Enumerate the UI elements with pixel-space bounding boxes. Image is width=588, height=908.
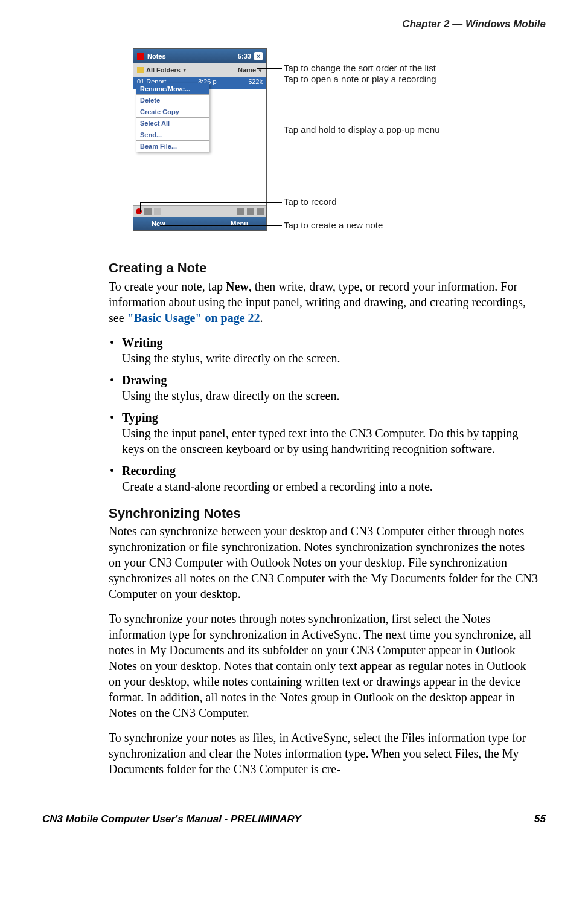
bold-new: New [226,280,249,293]
folder-label: All Folders [146,66,181,74]
softkey-menu: Menu [231,220,248,227]
para: To create your note, tap New, then write… [109,279,540,326]
item-title: Typing [122,411,158,424]
page-number: 55 [534,813,546,825]
menu-item: Delete [136,95,209,106]
screenshot-title: Notes [147,53,166,60]
next-icon [247,208,254,215]
context-menu: Rename/Move... Delete Create Copy Select… [136,83,209,152]
start-icon [137,53,144,60]
notes-screenshot: Notes 5:33 × All Folders ▼ Name ▼ 01 Rep… [133,48,267,231]
callout-hold: Tap and hold to display a pop-up menu [284,124,440,135]
stop-icon [144,208,152,215]
callout-record: Tap to record [284,196,337,207]
screenshot-titlebar: Notes 5:33 × [133,49,266,63]
footer-title: CN3 Mobile Computer User's Manual - PREL… [42,813,301,825]
chevron-down-icon: ▼ [258,68,263,74]
para: To synchronize your notes through notes … [109,611,540,721]
menu-item: Create Copy [136,106,209,118]
callout-sort: Tap to change the sort order of the list [284,63,436,73]
folder-icon [137,67,144,73]
record-toolbar [133,205,266,217]
body-text: Creating a Note To create your note, tap… [109,260,540,777]
heading-creating: Creating a Note [109,260,540,277]
list-item: Recording Create a stand-alone recording… [109,463,540,494]
row-size: 522k [248,78,263,88]
para: To synchronize your notes as files, in A… [109,730,540,777]
menu-item: Send... [136,129,209,141]
softkey-new: New [152,220,165,227]
callout-new: Tap to create a new note [284,220,383,230]
text-run: . [260,311,263,324]
item-desc: Using the stylus, write directly on the … [122,352,340,365]
list-item: Typing Using the input panel, enter type… [109,410,540,457]
cross-reference-link[interactable]: "Basic Usage" on page 22 [127,311,260,324]
callout-line [208,130,282,130]
item-title: Recording [122,464,176,477]
callout-line [140,202,141,212]
softkey-bar: New Menu [133,217,266,230]
close-icon: × [254,52,263,60]
heading-sync: Synchronizing Notes [109,505,540,523]
speaker-icon [257,208,264,215]
sort-label: Name [238,66,256,74]
item-title: Writing [122,336,162,349]
callout-line [257,68,282,69]
prev-icon [237,208,244,215]
page: Chapter 2 — Windows Mobile Notes 5:33 × … [0,0,588,849]
list-item: Writing Using the stylus, write directly… [109,335,540,366]
chevron-down-icon: ▼ [182,68,187,73]
list-item: Drawing Using the stylus, draw directly … [109,372,540,404]
menu-item: Beam File... [136,141,209,152]
callout-line [140,202,282,203]
callout-line [235,79,282,79]
item-desc: Using the input panel, enter typed text … [122,427,519,456]
item-title: Drawing [122,373,167,387]
callout-line [160,225,282,226]
play-icon [154,208,161,215]
item-desc: Create a stand-alone recording or embed … [122,480,433,493]
menu-item: Rename/Move... [136,83,209,95]
text-run: To create your note, tap [109,280,226,293]
record-icon [136,208,142,214]
menu-item: Select All [136,118,209,129]
figure-area: Notes 5:33 × All Folders ▼ Name ▼ 01 Rep… [133,48,546,242]
item-desc: Using the stylus, draw directly on the s… [122,389,339,402]
footer: CN3 Mobile Computer User's Manual - PREL… [42,813,546,825]
running-header: Chapter 2 — Windows Mobile [42,18,546,30]
screenshot-time: 5:33 [238,53,251,60]
screenshot-toolbar: All Folders ▼ Name ▼ [133,63,266,77]
para: Notes can synchronize between your deskt… [109,523,540,602]
bullet-list: Writing Using the stylus, write directly… [109,335,540,494]
callout-open: Tap to open a note or play a recording [284,74,436,84]
